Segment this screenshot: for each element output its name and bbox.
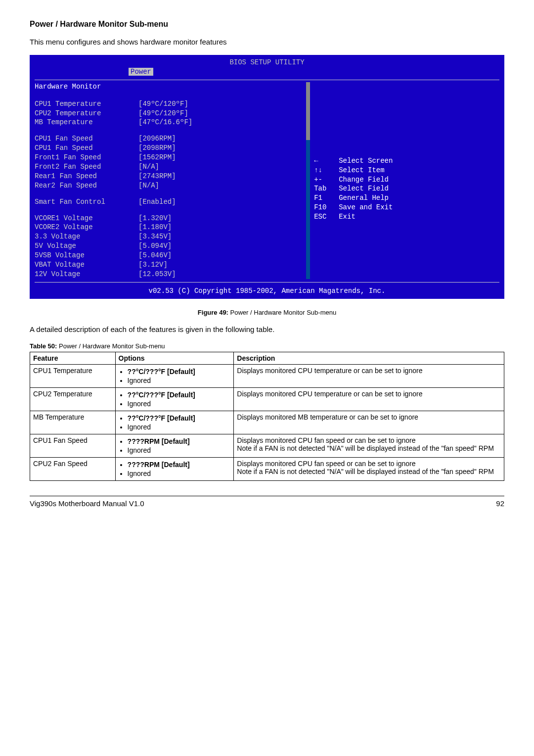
section-heading: Power / Hardware Monitor Sub-menu xyxy=(30,20,504,29)
bios-screenshot: BIOS SETUP UTILITY Power Hardware Monito… xyxy=(30,55,504,299)
divider xyxy=(35,282,499,283)
fan-row: CPU1 Fan Speed[2096RPM] xyxy=(35,134,304,143)
fan-row: Front1 Fan Speed[1562RPM] xyxy=(35,153,304,162)
table-header-row: Feature Options Description xyxy=(30,352,504,364)
temp-row: MB Temperature[47ºC/16.6ºF] xyxy=(35,118,304,127)
scroll-indicator xyxy=(306,82,310,279)
table-caption: Table 50: Power / Hardware Monitor Sub-m… xyxy=(30,342,504,350)
bios-left-panel: Hardware Monitor CPU1 Temperature[49ºC/1… xyxy=(35,82,304,279)
table-row: CPU2 Fan Speed ????RPM [Default]Ignored … xyxy=(30,457,504,480)
bios-tab-row: Power xyxy=(30,67,504,80)
fan-row: Front2 Fan Speed[N/A] xyxy=(35,162,304,172)
th-options: Options xyxy=(115,352,234,364)
mid-paragraph: A detailed description of each of the fe… xyxy=(30,325,504,333)
volt-row: VCORE2 Voltage[1.180V] xyxy=(35,223,304,232)
description-table: Feature Options Description CPU1 Tempera… xyxy=(30,352,504,481)
fan-row: CPU1 Fan Speed[2098RPM] xyxy=(35,143,304,153)
table-row: CPU1 Fan Speed ????RPM [Default]Ignored … xyxy=(30,434,504,457)
volt-row: VCORE1 Voltage[1.320V] xyxy=(35,214,304,223)
bios-section-title: Hardware Monitor xyxy=(35,82,304,92)
volt-row: 5V Voltage[5.094V] xyxy=(35,241,304,251)
volt-row: 3.3 Voltage[3.345V] xyxy=(35,232,304,241)
smartfan-row: Smart Fan Control[Enabled] xyxy=(35,197,304,207)
bios-title: BIOS SETUP UTILITY xyxy=(30,55,504,67)
th-feature: Feature xyxy=(30,352,116,364)
th-description: Description xyxy=(234,352,504,364)
divider xyxy=(35,80,499,80)
footer-left: Vig390s Motherboard Manual V1.0 xyxy=(30,499,144,508)
temp-row: CPU2 Temperature[49ºC/120ºF] xyxy=(35,109,304,118)
volt-row: 5VSB Voltage[5.046V] xyxy=(35,251,304,260)
volt-row: VBAT Voltage[3.12V] xyxy=(35,260,304,270)
table-row: MB Temperature ??°C/???°F [Default]Ignor… xyxy=(30,411,504,434)
intro-text: This menu configures and shows hardware … xyxy=(30,38,504,46)
figure-caption: Figure 49: Power / Hardware Monitor Sub-… xyxy=(30,309,504,316)
table-row: CPU2 Temperature ??°C/???°F [Default]Ign… xyxy=(30,387,504,411)
bios-copyright: v02.53 (C) Copyright 1985-2002, American… xyxy=(30,284,504,299)
fan-row: Rear1 Fan Speed[2743RPM] xyxy=(35,172,304,181)
bios-tab-power: Power xyxy=(129,68,153,76)
volt-row: 12V Voltage[12.053V] xyxy=(35,270,304,279)
fan-row: Rear2 Fan Speed[N/A] xyxy=(35,181,304,190)
footer-page-number: 92 xyxy=(496,499,504,508)
temp-row: CPU1 Temperature[49ºC/120ºF] xyxy=(35,99,304,109)
bios-help-keys: ←Select Screen ↑↓Select Item +-Change Fi… xyxy=(314,156,499,222)
table-row: CPU1 Temperature ??°C/???°F [Default]Ign… xyxy=(30,364,504,387)
page-footer: Vig390s Motherboard Manual V1.0 92 xyxy=(30,496,504,508)
bios-right-panel: ←Select Screen ↑↓Select Item +-Change Fi… xyxy=(309,82,499,279)
